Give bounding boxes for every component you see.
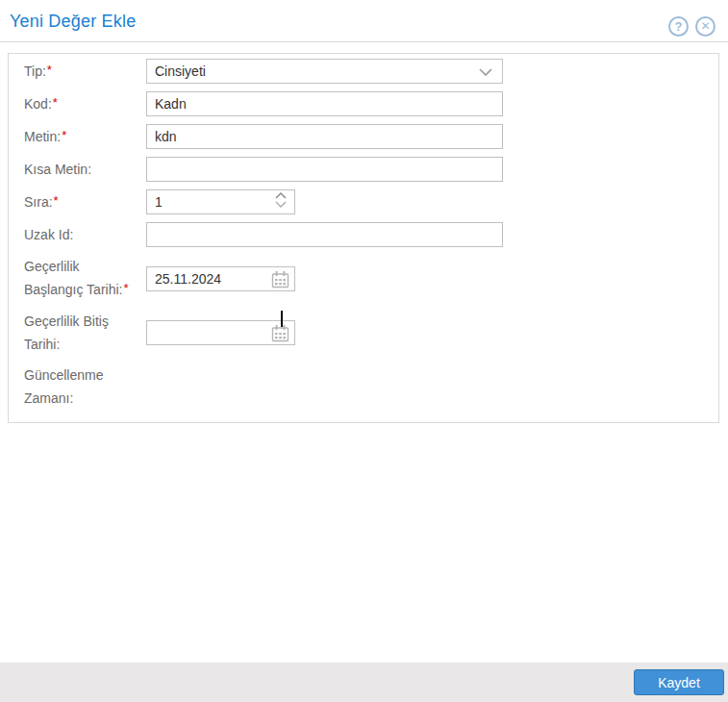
field-label-kisa-metin: Kısa Metin: xyxy=(24,158,146,181)
kod-input[interactable] xyxy=(146,91,503,116)
text-cursor xyxy=(281,311,283,327)
help-glyph: ? xyxy=(675,19,683,34)
label-text: Tip: xyxy=(24,63,46,79)
help-icon[interactable]: ? xyxy=(668,16,689,37)
form-row-sira: Sıra:* xyxy=(24,189,703,214)
required-marker: * xyxy=(62,128,66,142)
chevron-down-icon xyxy=(479,68,492,76)
required-marker: * xyxy=(123,281,128,295)
field-baslangic-tarihi xyxy=(146,266,295,291)
form-row-uzak-id: Uzak Id: xyxy=(24,222,703,247)
field-label-baslangic-tarihi: Geçerlilik Başlangıç Tarihi:* xyxy=(24,255,146,302)
dialog-header: Yeni Değer Ekle ? ✕ xyxy=(0,0,728,42)
form-row-tip: Tip:* Cinsiyeti xyxy=(24,59,703,84)
label-text: Metin: xyxy=(24,129,61,144)
field-label-metin: Metin:* xyxy=(24,125,146,149)
kisa-metin-input[interactable] xyxy=(146,157,503,182)
label-text: Geçerlilik Bitiş Tarihi: xyxy=(24,313,109,352)
field-tip: Cinsiyeti xyxy=(146,59,503,84)
metin-input[interactable] xyxy=(146,124,503,149)
dialog-footer: Kaydet xyxy=(0,663,728,702)
sira-spinner xyxy=(275,192,287,208)
close-icon[interactable]: ✕ xyxy=(695,16,715,37)
field-kod xyxy=(146,91,503,116)
required-marker: * xyxy=(54,193,59,208)
calendar-icon[interactable] xyxy=(271,270,289,288)
form-row-kod: Kod:* xyxy=(24,91,703,116)
uzak-id-input[interactable] xyxy=(146,222,503,247)
field-sira xyxy=(146,189,295,214)
field-label-guncellenme-zamani: Güncellenme Zamanı: xyxy=(24,364,146,410)
form-row-bitis-tarihi: Geçerlilik Bitiş Tarihi: xyxy=(24,310,703,356)
field-label-bitis-tarihi: Geçerlilik Bitiş Tarihi: xyxy=(24,310,146,356)
sira-input[interactable] xyxy=(146,189,295,214)
field-uzak-id xyxy=(146,222,503,247)
dialog-title: Yeni Değer Ekle xyxy=(10,12,136,32)
form-panel: Tip:* Cinsiyeti Kod:* Metin:* Kısa Metin… xyxy=(8,53,719,423)
label-text: Kısa Metin: xyxy=(24,162,91,177)
label-text: Uzak Id: xyxy=(24,227,73,242)
field-kisa-metin xyxy=(146,157,503,182)
tip-select-value: Cinsiyeti xyxy=(155,60,206,83)
required-marker: * xyxy=(47,63,52,77)
field-label-sira: Sıra:* xyxy=(24,190,146,214)
chevron-up-icon[interactable] xyxy=(275,192,287,199)
save-button[interactable]: Kaydet xyxy=(634,669,724,695)
required-marker: * xyxy=(53,95,58,110)
label-text: Güncellenme Zamanı: xyxy=(24,367,104,406)
field-bitis-tarihi xyxy=(146,320,295,345)
header-icons: ? ✕ xyxy=(668,16,715,37)
field-label-uzak-id: Uzak Id: xyxy=(24,223,146,246)
form-row-guncellenme-zamani: Güncellenme Zamanı: xyxy=(24,364,703,410)
field-label-kod: Kod:* xyxy=(24,92,146,116)
form-row-metin: Metin:* xyxy=(24,124,703,149)
field-label-tip: Tip:* xyxy=(24,60,146,84)
form-row-kisa-metin: Kısa Metin: xyxy=(24,157,703,182)
label-text: Kod: xyxy=(24,96,52,112)
label-text: Geçerlilik Başlangıç Tarihi: xyxy=(24,259,122,297)
chevron-down-icon[interactable] xyxy=(275,201,287,208)
tip-select[interactable]: Cinsiyeti xyxy=(146,59,503,84)
close-glyph: ✕ xyxy=(700,19,710,33)
label-text: Sıra: xyxy=(24,194,53,210)
field-metin xyxy=(146,124,503,149)
form-row-baslangic-tarihi: Geçerlilik Başlangıç Tarihi:* xyxy=(24,255,703,302)
